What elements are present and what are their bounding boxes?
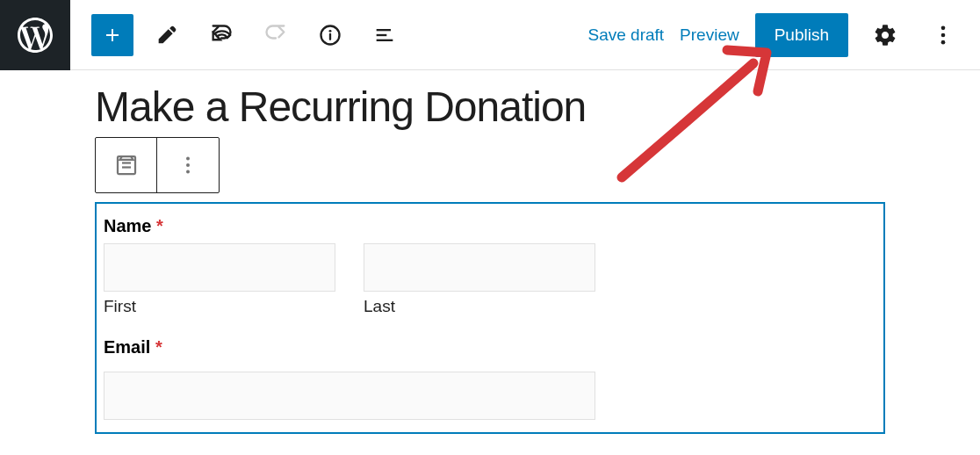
wordpress-logo[interactable] <box>0 0 70 70</box>
outline-button[interactable] <box>364 14 406 56</box>
email-input[interactable] <box>104 372 595 420</box>
block-toolbar <box>95 137 220 193</box>
svg-point-13 <box>186 163 190 167</box>
redo-button[interactable] <box>255 14 297 56</box>
svg-point-6 <box>941 25 946 30</box>
first-name-sublabel: First <box>104 297 335 316</box>
last-name-input[interactable] <box>364 243 595 292</box>
plus-icon <box>100 23 125 47</box>
info-icon <box>318 23 342 47</box>
name-label: Name * <box>104 216 876 236</box>
form-block[interactable]: Name * First Last Email * <box>95 202 885 434</box>
options-button[interactable] <box>922 14 964 56</box>
undo-icon <box>209 23 234 47</box>
svg-rect-3 <box>377 29 391 31</box>
first-name-input[interactable] <box>104 243 335 292</box>
add-block-button[interactable] <box>91 14 133 56</box>
page-title[interactable]: Make a Recurring Donation <box>95 86 885 128</box>
required-indicator: * <box>156 216 163 235</box>
more-vertical-icon <box>931 23 955 47</box>
redo-icon <box>263 23 288 47</box>
email-label: Email * <box>104 337 876 358</box>
settings-button[interactable] <box>864 14 906 56</box>
publish-button[interactable]: Publish <box>755 13 848 57</box>
form-block-icon <box>113 152 140 178</box>
svg-rect-5 <box>377 39 393 40</box>
svg-point-8 <box>941 40 946 44</box>
svg-point-14 <box>186 170 190 174</box>
save-draft-button[interactable]: Save draft <box>587 25 664 45</box>
wordpress-icon <box>14 14 56 56</box>
undo-button[interactable] <box>200 14 242 56</box>
required-indicator: * <box>155 337 162 357</box>
pencil-icon <box>155 23 179 47</box>
block-type-button[interactable] <box>96 138 157 192</box>
svg-point-7 <box>941 32 946 37</box>
list-icon <box>372 23 397 47</box>
gear-icon <box>873 23 897 47</box>
edit-mode-button[interactable] <box>146 14 188 56</box>
last-name-sublabel: Last <box>364 297 595 316</box>
preview-button[interactable]: Preview <box>680 25 739 45</box>
block-more-button[interactable] <box>157 138 219 192</box>
svg-point-12 <box>186 157 190 161</box>
more-vertical-icon <box>175 152 201 178</box>
info-button[interactable] <box>309 14 351 56</box>
svg-rect-4 <box>377 33 387 35</box>
